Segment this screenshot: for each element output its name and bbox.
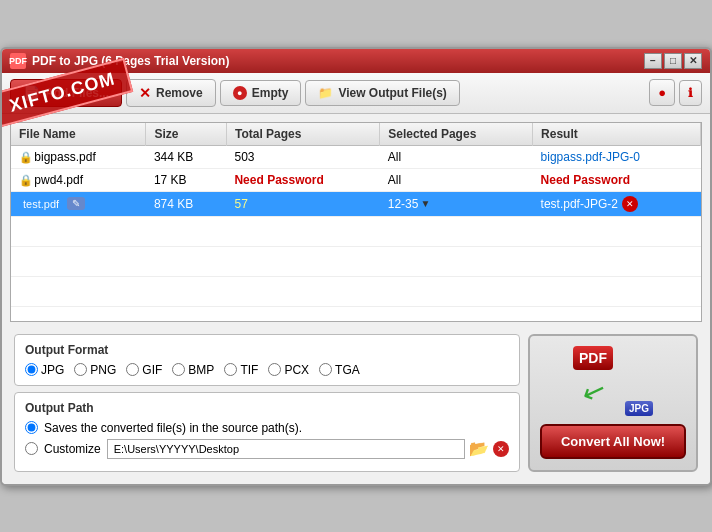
add-files-button[interactable]: 📄 Add Files...	[10, 79, 122, 107]
lock-icon	[19, 173, 31, 187]
cell-size: 344 KB	[146, 145, 227, 168]
minimize-button[interactable]: −	[644, 53, 662, 69]
table-row[interactable]: test.pdf ✎ 874 KB 57 12-35 ▼ test.	[11, 191, 701, 216]
window-title: PDF to JPG (6 Pages Trial Version)	[32, 54, 229, 68]
cell-selected-pages: All	[380, 145, 533, 168]
output-format-title: Output Format	[25, 343, 509, 357]
format-jpg[interactable]: JPG	[25, 363, 64, 377]
table-row-empty	[11, 276, 701, 306]
output-path-section: Output Path Saves the converted file(s) …	[14, 392, 520, 472]
table-row-empty	[11, 216, 701, 246]
format-png[interactable]: PNG	[74, 363, 116, 377]
table-row-empty	[11, 246, 701, 276]
cell-total-pages: 57	[226, 191, 379, 216]
format-tif[interactable]: TIF	[224, 363, 258, 377]
format-pcx-radio[interactable]	[268, 363, 281, 376]
help-icon: ●	[658, 85, 666, 100]
convert-button[interactable]: Convert All Now!	[540, 424, 686, 459]
toolbar: 📄 Add Files... ✕ Remove ● Empty 📁 View O…	[2, 73, 710, 114]
output-format-section: Output Format JPG PNG GIF BMP	[14, 334, 520, 386]
format-tga-radio[interactable]	[319, 363, 332, 376]
customize-path-option[interactable]: Customize 📂 ✕	[25, 439, 509, 459]
delete-result-icon[interactable]: ✕	[622, 196, 638, 212]
view-output-button[interactable]: 📁 View Output File(s)	[305, 80, 459, 106]
folder-open-icon[interactable]: 📂	[469, 439, 489, 458]
remove-icon: ✕	[139, 85, 151, 101]
cell-size: 17 KB	[146, 168, 227, 191]
cell-result: Need Password	[533, 168, 701, 191]
convert-panel: PDF ↙ JPG Convert All Now!	[528, 334, 698, 472]
source-path-label: Saves the converted file(s) in the sourc…	[44, 421, 302, 435]
cell-result: test.pdf-JPG-2 ✕	[533, 192, 701, 216]
format-pcx[interactable]: PCX	[268, 363, 309, 377]
help-button[interactable]: ●	[649, 79, 675, 106]
cell-filename: bigpass.pdf	[11, 145, 146, 168]
format-gif-radio[interactable]	[126, 363, 139, 376]
format-tif-radio[interactable]	[224, 363, 237, 376]
source-path-option[interactable]: Saves the converted file(s) in the sourc…	[25, 421, 509, 435]
empty-button[interactable]: ● Empty	[220, 80, 302, 106]
col-header-size: Size	[146, 123, 227, 146]
cell-result: bigpass.pdf-JPG-0	[533, 145, 701, 168]
cell-total-pages: 503	[226, 145, 379, 168]
table-row[interactable]: bigpass.pdf 344 KB 503 All bigpass.pdf-J…	[11, 145, 701, 168]
customize-path-radio[interactable]	[25, 442, 38, 455]
close-button[interactable]: ✕	[684, 53, 702, 69]
source-path-radio[interactable]	[25, 421, 38, 434]
title-bar: PDF PDF to JPG (6 Pages Trial Version) −…	[2, 49, 710, 73]
app-logo: PDF ↙ JPG	[573, 346, 653, 416]
cell-filename: pwd4.pdf	[11, 168, 146, 191]
cell-selected-pages: All	[380, 168, 533, 191]
cell-total-pages: Need Password	[226, 168, 379, 191]
restore-button[interactable]: □	[664, 53, 682, 69]
jpg-label: JPG	[625, 401, 653, 416]
table-row[interactable]: pwd4.pdf 17 KB Need Password All Need Pa…	[11, 168, 701, 191]
format-png-radio[interactable]	[74, 363, 87, 376]
file-table: File Name Size Total Pages Selected Page…	[11, 123, 701, 307]
col-header-filename: File Name	[11, 123, 146, 146]
format-bmp[interactable]: BMP	[172, 363, 214, 377]
col-header-total-pages: Total Pages	[226, 123, 379, 146]
format-tga[interactable]: TGA	[319, 363, 360, 377]
customize-label: Customize	[44, 442, 101, 456]
pdf-label: PDF	[573, 346, 613, 370]
pages-value: 12-35	[388, 197, 419, 211]
col-header-selected-pages: Selected Pages	[380, 123, 533, 146]
info-icon: ℹ	[688, 86, 693, 100]
cell-size: 874 KB	[146, 191, 227, 216]
edit-icon[interactable]: ✎	[67, 197, 85, 210]
info-button[interactable]: ℹ	[679, 80, 702, 106]
output-path-title: Output Path	[25, 401, 509, 415]
cell-selected-pages: 12-35 ▼	[380, 191, 533, 216]
arrow-icon: ↙	[578, 372, 611, 411]
file-table-container: File Name Size Total Pages Selected Page…	[10, 122, 702, 322]
format-gif[interactable]: GIF	[126, 363, 162, 377]
app-icon: PDF	[10, 53, 26, 69]
lock-icon	[19, 150, 31, 164]
cell-filename: test.pdf ✎	[11, 193, 146, 215]
view-output-icon: 📁	[318, 86, 333, 100]
pages-dropdown-arrow[interactable]: ▼	[420, 198, 430, 209]
format-jpg-radio[interactable]	[25, 363, 38, 376]
empty-icon: ●	[233, 86, 247, 100]
add-files-icon: 📄	[23, 85, 40, 101]
remove-button[interactable]: ✕ Remove	[126, 79, 216, 107]
output-format-options: JPG PNG GIF BMP TIF	[25, 363, 509, 377]
col-header-result: Result	[533, 123, 701, 146]
custom-path-input[interactable]	[107, 439, 465, 459]
folder-delete-icon[interactable]: ✕	[493, 441, 509, 457]
format-bmp-radio[interactable]	[172, 363, 185, 376]
